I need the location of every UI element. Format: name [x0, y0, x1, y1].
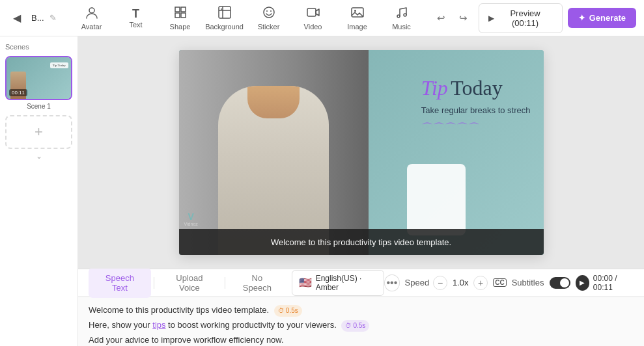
speech-line-1-text: Welcome to this productivity tips video … [89, 305, 269, 315]
white-box-overlay [407, 164, 466, 235]
speed-increase-button[interactable]: + [473, 276, 488, 290]
svg-point-8 [266, 10, 268, 12]
content-area: Tip Today Take regular breaks to strech … [78, 36, 644, 346]
language-selector[interactable]: 🇺🇸 English(US) · Amber [292, 270, 384, 296]
undo-icon: ↩ [437, 12, 445, 24]
preview-button[interactable]: ▶ Preview (00:11) [479, 3, 563, 33]
scene-1-preview: Tip Today 00:11 [7, 57, 71, 99]
tool-avatar-label: Avatar [81, 23, 102, 31]
avatar-area [179, 50, 369, 255]
tool-sticker-label: Sticker [258, 23, 280, 31]
canvas-frame[interactable]: Tip Today Take regular breaks to strech … [179, 50, 544, 255]
language-label: English(US) · Amber [316, 274, 377, 292]
tab-no-speech[interactable]: No Speech [228, 268, 287, 298]
video-icon [306, 5, 320, 21]
scenes-label: Scenes [5, 43, 72, 51]
tip-heading: Tip Today [421, 76, 531, 100]
canvas-bottom-bar: Welcome to this productivity tips video … [179, 229, 544, 255]
vidnoz-v-icon: V [188, 211, 193, 222]
tool-shape-label: Shape [170, 23, 191, 31]
avatar-icon [85, 5, 99, 21]
redo-button[interactable]: ↪ [454, 8, 473, 28]
generate-button[interactable]: ✦ Generate [568, 8, 636, 28]
toolbar-right: ↩ ↪ ▶ Preview (00:11) ✦ Generate [432, 3, 636, 33]
tool-text-label: Text [129, 21, 142, 29]
playback-controls: ▶ 00:00 / 00:11 [576, 274, 634, 292]
add-scene-button[interactable]: + [5, 115, 72, 149]
subtitles-toggle[interactable] [550, 277, 570, 289]
clock-icon-2: ⏱ [345, 321, 352, 331]
time-display: 00:00 / 00:11 [593, 274, 634, 292]
tab-divider-2 [225, 277, 225, 289]
chevron-down-icon[interactable]: ⌄ [5, 152, 72, 161]
tip-curve-decoration: ⌒⌒⌒⌒⌒ [421, 120, 531, 136]
undo-button[interactable]: ↩ [432, 8, 451, 28]
tool-background[interactable]: Background [203, 1, 247, 35]
scene-1-timer: 00:11 [9, 89, 27, 96]
speed-label: Speed [405, 278, 430, 287]
sticker-icon [262, 5, 276, 21]
music-icon [395, 5, 409, 21]
speech-badge-1: ⏱ 0.5s [274, 305, 302, 317]
more-options-icon: ••• [386, 277, 397, 289]
canvas-area: Tip Today Take regular breaks to strech … [78, 36, 644, 269]
tool-image[interactable]: Image [335, 1, 380, 35]
preview-icon: ▶ [488, 14, 494, 23]
tool-shape[interactable]: Shape [158, 1, 203, 35]
cc-icon: CC [493, 278, 506, 287]
speech-line-2-link: tips [152, 320, 165, 330]
sidebar: Scenes Tip Today 00:11 Scene 1 + ⌄ [0, 36, 78, 346]
canvas-bottom-text: Welcome to this productivity tips video … [271, 237, 451, 247]
speech-line-2-prefix: Here, show your [89, 320, 152, 330]
svg-point-9 [270, 10, 272, 12]
speech-text-area[interactable]: Welcome to this productivity tips video … [78, 297, 644, 346]
tool-image-label: Image [347, 23, 367, 31]
speech-line-2: Here, show your tips to boost working pr… [89, 319, 634, 332]
svg-point-7 [264, 7, 274, 18]
svg-rect-10 [307, 8, 316, 16]
preview-label: Preview (00:11) [498, 8, 553, 28]
svg-rect-1 [175, 7, 180, 12]
generate-icon: ✦ [578, 13, 585, 23]
tool-text[interactable]: T Text [114, 1, 158, 35]
tab-speech-text[interactable]: Speech Text [89, 268, 151, 298]
toolbar-center: Avatar T Text Shape Background Sticker [70, 1, 424, 35]
tab-upload-voice[interactable]: Upload Voice [157, 268, 223, 298]
tool-avatar[interactable]: Avatar [70, 1, 114, 35]
tool-video[interactable]: Video [291, 1, 335, 35]
tip-subtitle: Take regular breaks to strech [421, 105, 531, 115]
svg-point-13 [397, 15, 400, 18]
tab-divider-1 [154, 277, 154, 289]
speed-decrease-button[interactable]: − [433, 276, 447, 290]
speech-badge-2: ⏱ 0.5s [341, 320, 369, 332]
tool-sticker[interactable]: Sticker [247, 1, 291, 35]
svg-rect-2 [181, 7, 186, 12]
play-button[interactable]: ▶ [576, 275, 589, 291]
tip-italic-text: Tip [421, 76, 448, 100]
subtitles-label: Subtitles [512, 278, 544, 287]
shape-icon [173, 5, 188, 21]
speed-value: 1.0x [451, 278, 469, 287]
tool-video-label: Video [304, 23, 322, 31]
more-options-button[interactable]: ••• [384, 274, 399, 291]
add-scene-icon: + [35, 124, 43, 140]
background-icon [217, 5, 232, 21]
scene-1-name: Scene 1 [5, 103, 72, 110]
scene-1-thumb[interactable]: Tip Today 00:11 [5, 56, 72, 100]
tool-music[interactable]: Music [380, 1, 424, 35]
back-icon: ◀ [13, 12, 21, 24]
edit-icon[interactable]: ✎ [49, 13, 57, 23]
subtitles-control: CC Subtitles [493, 277, 570, 289]
image-icon [350, 5, 365, 21]
back-button[interactable]: ◀ [8, 9, 26, 27]
generate-label: Generate [589, 13, 626, 23]
text-icon: T [132, 8, 139, 20]
badge-2-value: 0.5s [353, 321, 365, 331]
svg-rect-4 [181, 13, 186, 18]
play-icon: ▶ [580, 279, 585, 286]
speed-control: Speed − 1.0x + [405, 276, 488, 290]
badge-1-value: 0.5s [286, 306, 298, 316]
bottom-tabs: Speech Text Upload Voice No Speech 🇺🇸 En… [78, 269, 644, 297]
vidnoz-label: Vidnoz [184, 222, 198, 226]
tool-background-label: Background [205, 23, 244, 31]
